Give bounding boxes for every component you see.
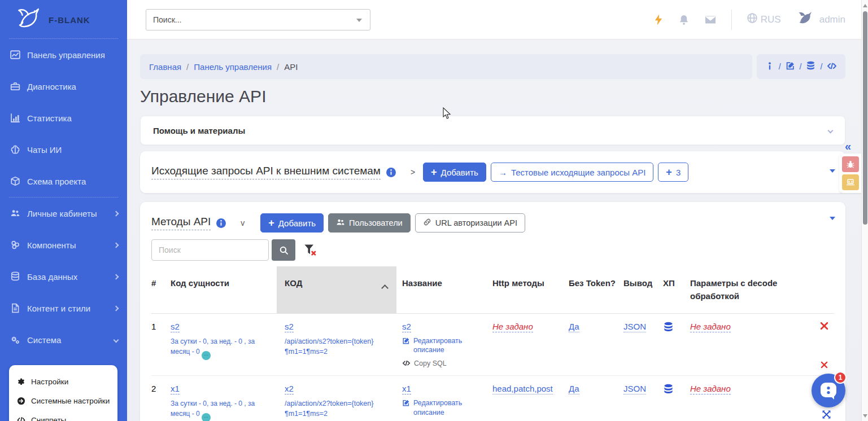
section-caret-icon[interactable] bbox=[830, 217, 835, 220]
url-auth-button[interactable]: URL авторизации API bbox=[415, 213, 525, 233]
sidebar-item-ai-chats[interactable]: Чаты ИИ bbox=[0, 134, 127, 165]
info-icon[interactable] bbox=[386, 168, 396, 177]
stored-procedure-icon[interactable] bbox=[663, 324, 674, 334]
database-icon bbox=[10, 271, 21, 282]
tools-separator: / bbox=[779, 62, 781, 71]
name-link[interactable]: s2 bbox=[402, 322, 411, 332]
edit-description-action[interactable]: Редактировать описание bbox=[402, 336, 476, 356]
brand[interactable]: F-BLANK bbox=[0, 0, 127, 38]
code-icon[interactable] bbox=[827, 62, 837, 72]
language-switcher[interactable]: RUS bbox=[747, 12, 781, 27]
user-menu[interactable]: admin bbox=[796, 10, 845, 29]
help-accordion[interactable]: Помощь и материалы bbox=[140, 116, 845, 145]
sidebar-item-components[interactable]: Компоненты bbox=[0, 229, 127, 261]
table-header-row: # Код сущности КОД Название Http методы … bbox=[151, 266, 834, 314]
sidebar-item-dashboard[interactable]: Панель управления bbox=[0, 39, 127, 71]
stats-more-badge[interactable]: ... bbox=[202, 413, 211, 421]
http-methods-value[interactable]: Не задано bbox=[492, 322, 533, 332]
methods-search-row bbox=[151, 239, 845, 261]
methods-section-title[interactable]: Методы API bbox=[151, 216, 211, 230]
breadcrumb-link-home[interactable]: Главная bbox=[149, 62, 181, 72]
chat-close-button[interactable] bbox=[821, 361, 828, 369]
col-header-params[interactable]: Параметры с decode обработкой bbox=[690, 266, 820, 313]
submenu-item-label: Сниппеты bbox=[31, 416, 66, 421]
lightning-icon[interactable] bbox=[653, 14, 664, 26]
sidebar-item-project-schema[interactable]: Схема проекта bbox=[0, 165, 127, 197]
database-icon[interactable] bbox=[806, 61, 815, 72]
params-value[interactable]: Не задано bbox=[690, 384, 731, 394]
delete-row-button[interactable] bbox=[820, 322, 828, 330]
xp-cell bbox=[663, 314, 690, 376]
col-header-output[interactable]: Вывод bbox=[623, 266, 663, 313]
add-method-button[interactable]: + Добавить bbox=[260, 213, 324, 233]
sidebar-item-content-styles[interactable]: Контент и стили bbox=[0, 292, 127, 324]
outgoing-section-title[interactable]: Исходящие запросы API к внешним системам bbox=[151, 165, 381, 179]
col-header-name[interactable]: Название bbox=[402, 266, 492, 313]
page-scrollbar[interactable] bbox=[861, 0, 868, 421]
edit-description-action[interactable]: Редактировать описание bbox=[402, 398, 476, 418]
info-icon[interactable] bbox=[216, 218, 226, 228]
sidebar-item-statistics[interactable]: Статистика bbox=[0, 102, 127, 134]
breadcrumb-link-dashboard[interactable]: Панель управления bbox=[194, 62, 272, 72]
sidebar-item-database[interactable]: База данных bbox=[0, 261, 127, 292]
xp-cell bbox=[663, 376, 690, 421]
users-button[interactable]: Пользователи bbox=[328, 213, 411, 233]
edit-description-label: Редактировать описание bbox=[413, 398, 476, 418]
laptop-code-button[interactable] bbox=[842, 174, 859, 190]
submenu-item-system-settings[interactable]: Системные настройки bbox=[17, 391, 117, 410]
row-number: 1 bbox=[151, 314, 171, 376]
clear-filter-button[interactable] bbox=[303, 243, 317, 257]
col-header-xp[interactable]: ХП bbox=[663, 266, 690, 313]
move-widget-icon[interactable] bbox=[822, 410, 831, 419]
col-header-http-methods[interactable]: Http методы bbox=[492, 266, 569, 313]
topbar: Поиск... RUS bbox=[127, 0, 861, 40]
section-caret-icon[interactable] bbox=[830, 169, 835, 173]
scrollbar-up-arrow[interactable] bbox=[863, 4, 867, 7]
col-header-num[interactable]: # bbox=[151, 266, 171, 313]
edit-icon[interactable] bbox=[786, 61, 795, 72]
sidebar-item-system[interactable]: Система bbox=[0, 324, 127, 356]
output-value[interactable]: JSON bbox=[623, 384, 646, 394]
col-header-no-token[interactable]: Без Token? bbox=[569, 266, 623, 313]
http-methods-value[interactable]: head,patch,post bbox=[492, 384, 553, 394]
entity-code-link[interactable]: s2 bbox=[171, 322, 180, 332]
col-header-entity-code[interactable]: Код сущности bbox=[171, 266, 277, 313]
stored-procedure-icon[interactable] bbox=[663, 387, 674, 396]
more-count-button[interactable]: + 3 bbox=[658, 163, 688, 182]
bell-icon[interactable] bbox=[678, 14, 690, 25]
output-cell: JSON bbox=[623, 376, 663, 421]
name-link[interactable]: x1 bbox=[402, 384, 411, 394]
more-count-label: 3 bbox=[676, 168, 681, 177]
methods-search-input[interactable] bbox=[151, 239, 269, 261]
brain-icon bbox=[10, 144, 21, 155]
code-link[interactable]: s2 bbox=[285, 322, 294, 332]
code-link[interactable]: x2 bbox=[285, 384, 294, 394]
add-outgoing-request-button[interactable]: + Добавить bbox=[423, 163, 486, 182]
no-token-value[interactable]: Да bbox=[569, 322, 579, 332]
test-outgoing-requests-button[interactable]: → Тестовые исходящие запросы API bbox=[491, 163, 653, 182]
no-token-value[interactable]: Да bbox=[569, 384, 579, 394]
submenu-item-snippets[interactable]: Сниппеты bbox=[17, 410, 117, 421]
sidebar-item-personal-accounts[interactable]: Личные кабинеты bbox=[0, 198, 127, 229]
stats-more-badge[interactable]: ... bbox=[202, 351, 211, 360]
global-search-select[interactable]: Поиск... bbox=[146, 9, 370, 30]
scrollbar-thumb[interactable] bbox=[863, 11, 867, 225]
breadcrumb-current: API bbox=[284, 62, 298, 72]
entity-code-link[interactable]: x1 bbox=[171, 384, 180, 394]
methods-expander[interactable]: v bbox=[241, 218, 245, 227]
main-content: Главная / Панель управления / API / / / … bbox=[127, 40, 861, 421]
envelope-icon[interactable] bbox=[704, 15, 717, 25]
url-auth-label: URL авторизации API bbox=[435, 218, 517, 227]
output-value[interactable]: JSON bbox=[623, 322, 646, 332]
bug-report-button[interactable] bbox=[842, 156, 859, 172]
scrollbar-down-arrow[interactable] bbox=[863, 414, 867, 418]
sidebar-item-diagnostics[interactable]: Диагностика bbox=[0, 71, 127, 102]
info-icon[interactable] bbox=[765, 62, 774, 72]
collapse-rail-button[interactable]: « bbox=[845, 140, 851, 153]
outgoing-expander[interactable]: > bbox=[411, 168, 415, 177]
copy-sql-action[interactable]: Copy SQL bbox=[402, 359, 476, 369]
params-value[interactable]: Не задано bbox=[690, 322, 731, 332]
col-header-code-sorted[interactable]: КОД bbox=[277, 266, 396, 313]
search-button[interactable] bbox=[272, 239, 295, 261]
submenu-item-settings[interactable]: Настройки bbox=[17, 372, 117, 391]
